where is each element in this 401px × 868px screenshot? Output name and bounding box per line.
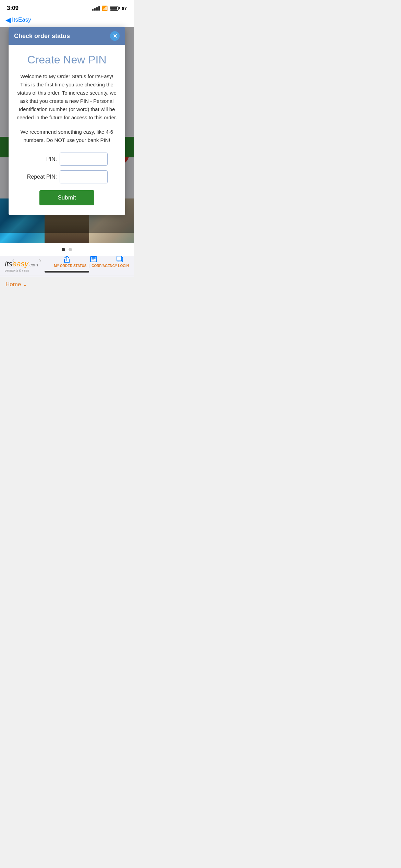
modal-header: Check order status ✕ <box>9 27 125 45</box>
modal-header-title: Check order status <box>14 33 70 40</box>
repeat-pin-input[interactable] <box>60 170 108 183</box>
back-arrow-icon: ◀ <box>5 16 11 24</box>
header-links: MY ORDER STATUS | CORP/AGENCY LOGIN <box>54 264 129 268</box>
modal-description: Welcome to My Order Status for ItsEasy! … <box>15 72 118 122</box>
pin-input[interactable] <box>60 153 108 166</box>
logo: itseasy.com <box>5 260 38 268</box>
logo-easy: easy <box>12 260 28 268</box>
modal-heading: Create New PIN <box>15 53 118 66</box>
logo-com: .com <box>28 262 38 267</box>
site-header: itseasy.com passports & visas MY ORDER S… <box>0 256 134 276</box>
page-content: Check order status ✕ Create New PIN Welc… <box>0 27 134 233</box>
pagination-dots <box>0 243 134 256</box>
logo-its: its <box>5 260 12 268</box>
nav-home-label: Home ⌄ <box>5 281 27 288</box>
pin-row: PIN: <box>15 153 118 166</box>
battery-level: 87 <box>122 6 127 11</box>
status-icons: 📶 87 <box>92 5 127 11</box>
nav-item-home[interactable]: Home ⌄ <box>0 276 134 289</box>
modal-recommendation: We recommend something easy, like 4-6 nu… <box>15 128 118 144</box>
pagination-dot-2[interactable] <box>69 248 72 251</box>
submit-button[interactable]: Submit <box>39 190 94 205</box>
modal-body: Create New PIN Welcome to My Order Statu… <box>9 45 125 215</box>
repeat-pin-label: Repeat PIN: <box>26 174 57 180</box>
header-divider: | <box>88 264 89 268</box>
logo-tagline: passports & visas <box>5 269 38 272</box>
modal-close-button[interactable]: ✕ <box>110 31 120 41</box>
status-bar: 3:09 📶 87 <box>0 0 134 14</box>
header-corp-login[interactable]: CORP/AGENCY LOGIN <box>92 264 129 268</box>
header-order-status[interactable]: MY ORDER STATUS <box>54 264 86 268</box>
back-nav: ◀ ItsEasy <box>0 14 134 27</box>
logo-area: itseasy.com passports & visas <box>5 260 38 272</box>
signal-icon <box>92 6 100 11</box>
status-time: 3:09 <box>7 5 19 12</box>
wifi-icon: 📶 <box>102 5 108 11</box>
create-pin-modal: Check order status ✕ Create New PIN Welc… <box>9 27 125 215</box>
pagination-dot-1[interactable] <box>62 248 65 251</box>
back-link[interactable]: ◀ ItsEasy <box>5 16 128 24</box>
back-nav-label: ItsEasy <box>12 16 31 23</box>
pin-label: PIN: <box>26 156 57 162</box>
battery-icon <box>110 6 120 11</box>
repeat-pin-row: Repeat PIN: <box>15 170 118 183</box>
